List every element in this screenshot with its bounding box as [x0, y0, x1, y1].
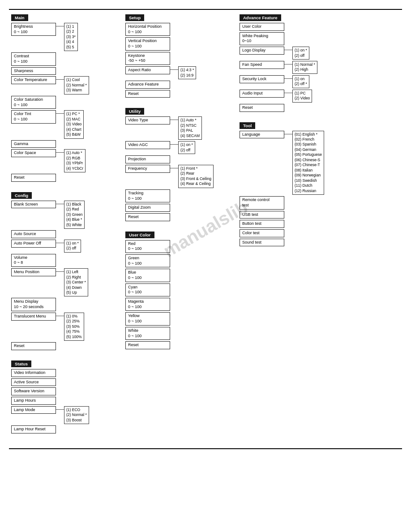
brightness-row: Brightness0 ~ 100 (1) 1(2) 2(3) 3*(4) 4(… [11, 23, 89, 51]
frequency-options: (1) Front *(2) Rear(3) Front & Ceiling(4… [178, 165, 214, 188]
active-source-row: Active Source [11, 378, 89, 386]
video-agc-box: Video AGC [125, 141, 170, 149]
lamp-mode-box: Lamp Mode [11, 406, 56, 414]
color-tint-row: Color Tint0 ~ 100 (1) PC *(2) MAC(3) Vid… [11, 110, 89, 138]
audio-input-box: Audio Input [240, 90, 284, 98]
contrast-box: Contrast0 ~ 100 [11, 52, 56, 65]
status-section: Status Video Information Active Source S… [11, 360, 89, 435]
color-test-box: Color test [240, 229, 284, 237]
main-reset-row: Reset [11, 174, 89, 182]
advance-reset-box: Reset [240, 104, 284, 112]
fan-speed-connector [284, 64, 292, 64]
main-section: Main Brightness0 ~ 100 (1) 1(2) 2(3) 3*(… [11, 14, 89, 183]
button-test-row: Button test [240, 220, 324, 228]
tracking-row: Tracking0 ~ 100 [125, 189, 214, 202]
status-title: Status [11, 360, 31, 367]
digital-zoom-row: Digital Zoom [125, 204, 214, 212]
vert-pos-row: Vertical Position0 ~ 100 [125, 37, 196, 50]
color-temp-connector [56, 79, 64, 80]
auto-power-connector [56, 243, 64, 243]
column-3: Advance Feature User Color White Peaking… [240, 14, 410, 257]
fan-speed-options: (1) Normal *(2) High [292, 61, 317, 74]
video-type-row: Video Type (1) Auto *(2) NTSC(3) PAL(4) … [125, 116, 214, 140]
advance-reset-row: Reset [240, 104, 317, 112]
bottom-rule [9, 448, 402, 449]
sound-test-row: Sound test [240, 239, 324, 247]
language-options: (01) English *(02) French(03) Spanish(04… [292, 131, 324, 195]
menu-display-box: Menu Display10 ~ 20 seconds [11, 298, 56, 311]
fan-speed-row: Fan Speed (1) Normal *(2) High [240, 61, 317, 74]
security-lock-row: Security Lock (1) on(2) off * [240, 75, 317, 88]
logo-display-options: (1) on *(2) off [292, 47, 309, 60]
software-ver-box: Software Version [11, 387, 56, 395]
magenta-row: Magenta0 ~ 100 [125, 298, 170, 311]
sharpness-row: Sharpness [11, 67, 89, 75]
frequency-connector [170, 168, 178, 168]
volume-box: Volume0 ~ 8 [11, 254, 56, 267]
language-connector [284, 134, 292, 134]
video-type-box: Video Type [125, 116, 170, 124]
aspect-ratio-box: Aspect Ratio [125, 66, 170, 74]
lamp-hours-box: Lamp Hours [11, 397, 56, 405]
color-space-connector [56, 152, 64, 153]
aspect-ratio-options: (1) 4:3 *(2) 16:9 [178, 66, 196, 79]
frequency-box: Frequency [125, 165, 170, 173]
menu-pos-row: Menu Position (1) Left(2) Right(3) Cente… [11, 268, 88, 296]
projection-box: Projection [125, 155, 170, 163]
translucent-row: Translucent Menu (1) 0%(2) 25%(3) 50%(4)… [11, 313, 88, 341]
advance-feature-setup-row: Advance Feature [125, 81, 196, 89]
config-title: Config [11, 192, 32, 199]
color-test-row: Color test [240, 229, 324, 237]
column-1: Main Brightness0 ~ 100 (1) 1(2) 2(3) 3*(… [11, 14, 121, 444]
digital-zoom-box: Digital Zoom [125, 204, 170, 212]
advance-feature-setup-box: Advance Feature [125, 81, 170, 89]
color-sat-box: Color Saturation0 ~ 100 [11, 96, 56, 109]
gamma-row: Gamma [11, 140, 89, 148]
brightness-options: (1) 1(2) 2(3) 3*(4) 4(5) 5 [64, 23, 78, 51]
audio-input-row: Audio Input (1) PC(2) Video [240, 90, 317, 103]
usb-test-row: USB test [240, 211, 324, 219]
lamp-mode-row: Lamp Mode (1) ECO(2) Normal *(3) Boost [11, 406, 89, 424]
aspect-ratio-connector [170, 69, 178, 70]
video-agc-row: Video AGC (1) on *(2) off [125, 141, 214, 154]
sound-test-box: Sound test [240, 239, 284, 247]
video-info-row: Video Information [11, 369, 89, 377]
red-row: Red0 ~ 100 [125, 240, 170, 253]
magenta-box: Magenta0 ~ 100 [125, 298, 170, 311]
contrast-row: Contrast0 ~ 100 [11, 52, 89, 65]
white-peaking-row: White Peaking0~10 [240, 32, 317, 45]
horiz-pos-row: Horizontal Position0 ~ 100 [125, 23, 196, 36]
sharpness-box: Sharpness [11, 67, 56, 75]
user-color-reset-box: Reset [125, 341, 170, 349]
blue-box: Blue0 ~ 100 [125, 269, 170, 282]
red-box: Red0 ~ 100 [125, 240, 170, 253]
fan-speed-box: Fan Speed [240, 61, 284, 69]
brightness-box: Brightness0 ~ 100 [11, 23, 56, 36]
tool-section: Tool Language (01) English *(02) French(… [240, 122, 324, 248]
logo-display-connector [284, 50, 292, 50]
lamp-mode-connector [56, 409, 64, 410]
utility-title: Utility [125, 108, 144, 115]
color-temp-box: Color Temperature [11, 76, 56, 84]
translucent-box: Translucent Menu [11, 313, 56, 321]
gamma-box: Gamma [11, 140, 56, 148]
yellow-row: Yellow0 ~ 100 [125, 312, 170, 325]
config-reset-box: Reset [11, 342, 56, 350]
video-agc-connector [170, 144, 178, 145]
top-rule [9, 9, 402, 10]
color-tint-box: Color Tint0 ~ 100 [11, 110, 56, 123]
remote-test-box: Remote controltest [240, 196, 284, 209]
color-sat-row: Color Saturation0 ~ 100 [11, 96, 89, 109]
page-container: manualslib Main Brightness0 ~ 100 (1) 1(… [9, 9, 402, 449]
green-row: Green0 ~ 100 [125, 254, 170, 267]
user-color-af-box: User Color [240, 23, 284, 31]
white-peaking-box: White Peaking0~10 [240, 32, 284, 45]
keystone-row: Keystone-50 ~ +50 [125, 52, 196, 65]
color-space-options: (1) Auto *(2) RGB(3) YPbPr(4) YCbCr [64, 149, 86, 172]
user-color-reset-row: Reset [125, 341, 170, 349]
config-section: Config Blank Screen (1) Black(2) Red(3) … [11, 192, 88, 352]
button-test-box: Button test [240, 220, 284, 228]
blank-screen-row: Blank Screen (1) Black(2) Red(3) Green(4… [11, 201, 88, 229]
auto-power-options: (1) on *(2) off [64, 240, 81, 253]
security-lock-options: (1) on(2) off * [292, 75, 309, 88]
